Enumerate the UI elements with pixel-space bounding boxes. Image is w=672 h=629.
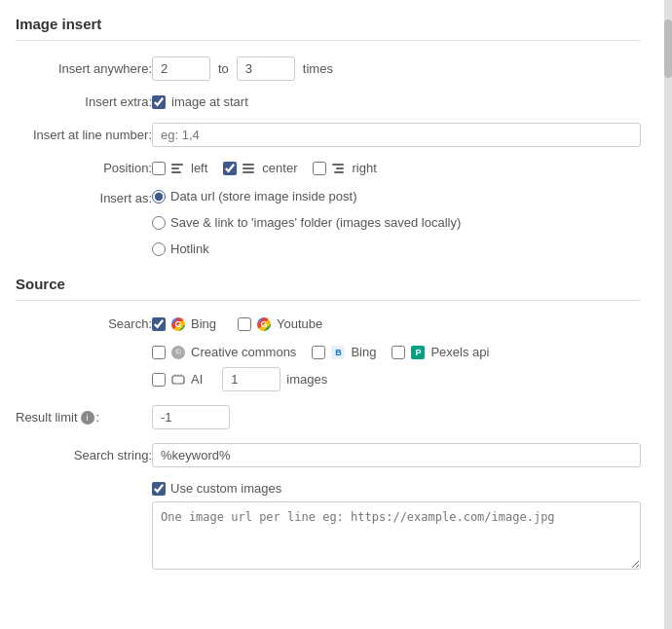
main-container: Image insert Insert anywhere: to times I…: [0, 0, 672, 629]
insert-as-hotlink-label[interactable]: Hotlink: [170, 241, 209, 256]
insert-as-hotlink-row: Hotlink: [152, 241, 461, 256]
pexels-icon: P: [411, 346, 425, 359]
position-right-group: right: [313, 161, 376, 175]
insert-as-dataurl-row: Data url (store image inside post): [152, 189, 461, 204]
position-label: Position:: [16, 161, 152, 175]
position-left-checkbox[interactable]: [152, 162, 166, 175]
search-row-3: AI images: [152, 367, 641, 391]
search-label: Search:: [16, 316, 152, 331]
bing2-provider-group: B Bing: [312, 345, 376, 359]
align-left-icon: [171, 164, 183, 173]
bing-provider-group: G Bing: [152, 316, 216, 331]
insert-extra-row: Insert extra: image at start: [16, 94, 641, 109]
insert-as-save-radio[interactable]: [152, 216, 166, 230]
position-row: Position: left center: [16, 161, 641, 175]
search-providers-row1: G Bing G Youtube: [152, 316, 338, 331]
ai-checkbox[interactable]: [152, 373, 166, 387]
bing2-checkbox[interactable]: [312, 346, 325, 359]
insert-extra-label: Insert extra:: [16, 94, 152, 109]
search-string-row: Search string:: [16, 443, 641, 467]
svg-rect-0: [172, 376, 184, 384]
bing-label[interactable]: Bing: [191, 316, 216, 331]
scrollbar-thumb[interactable]: [664, 19, 672, 78]
insert-line-number-row: Insert at line number:: [16, 123, 641, 147]
search-string-label: Search string:: [16, 448, 152, 462]
youtube-checkbox[interactable]: [238, 317, 251, 331]
times-text: times: [303, 61, 333, 76]
insert-as-save-label[interactable]: Save & link to 'images' folder (images s…: [170, 215, 461, 230]
align-center-icon: [243, 164, 254, 173]
position-center-group: center: [223, 161, 297, 175]
ai-provider-group: AI: [152, 372, 203, 387]
search-string-input[interactable]: [152, 443, 641, 467]
result-limit-label: Result limit i :: [16, 410, 152, 425]
insert-line-number-label: Insert at line number:: [16, 128, 152, 142]
insert-as-save-row: Save & link to 'images' folder (images s…: [152, 215, 461, 230]
insert-as-label: Insert as:: [16, 189, 152, 205]
insert-as-options: Data url (store image inside post) Save …: [152, 189, 461, 262]
position-right-label[interactable]: right: [352, 161, 376, 175]
bing-checkbox[interactable]: [152, 317, 166, 331]
use-custom-images-label[interactable]: Use custom images: [170, 481, 281, 496]
insert-line-number-input[interactable]: [152, 123, 641, 147]
position-left-label[interactable]: left: [191, 161, 207, 175]
search-row-2: © Creative commons B Bing P Pexels api: [152, 345, 641, 359]
bing2-label[interactable]: Bing: [351, 345, 376, 359]
scrollbar[interactable]: [664, 0, 672, 629]
position-center-checkbox[interactable]: [223, 162, 237, 175]
custom-images-section: Use custom images: [152, 481, 641, 573]
position-center-label[interactable]: center: [262, 161, 297, 175]
use-custom-images-checkbox[interactable]: [152, 482, 166, 496]
youtube-label[interactable]: Youtube: [277, 316, 322, 331]
cc-provider-group: © Creative commons: [152, 345, 296, 359]
pexels-provider-group: P Pexels api: [392, 345, 489, 359]
insert-extra-checkbox[interactable]: [152, 95, 166, 109]
custom-images-textarea[interactable]: [152, 501, 641, 570]
position-left-group: left: [152, 161, 207, 175]
result-limit-input[interactable]: [152, 405, 230, 429]
insert-from-input[interactable]: [152, 56, 210, 81]
position-right-checkbox[interactable]: [313, 162, 326, 175]
source-title: Source: [16, 276, 641, 301]
image-insert-title: Image insert: [16, 16, 641, 41]
pexels-checkbox[interactable]: [392, 346, 405, 359]
images-text: images: [286, 372, 327, 387]
to-text: to: [218, 61, 229, 76]
bing-img-icon: B: [331, 346, 345, 359]
use-custom-images-row: Use custom images: [152, 481, 641, 496]
insert-as-dataurl-label[interactable]: Data url (store image inside post): [170, 189, 356, 204]
insert-to-input[interactable]: [237, 56, 295, 81]
insert-extra-checkbox-group: image at start: [152, 94, 248, 109]
insert-as-dataurl-radio[interactable]: [152, 190, 166, 204]
ai-images-count-input[interactable]: [222, 367, 280, 391]
ai-icon: [171, 373, 185, 387]
insert-anywhere-label: Insert anywhere:: [16, 61, 152, 76]
pexels-label[interactable]: Pexels api: [430, 345, 489, 359]
insert-as-row: Insert as: Data url (store image inside …: [16, 189, 641, 262]
cc-label[interactable]: Creative commons: [191, 345, 296, 359]
cc-checkbox[interactable]: [152, 346, 166, 359]
insert-anywhere-row: Insert anywhere: to times: [16, 56, 641, 81]
google-icon-bing: G: [171, 317, 185, 331]
ai-label[interactable]: AI: [191, 372, 203, 387]
cc-icon: ©: [171, 346, 185, 359]
google-icon-youtube: G: [257, 317, 271, 331]
insert-extra-checkbox-label[interactable]: image at start: [171, 94, 248, 109]
insert-as-hotlink-radio[interactable]: [152, 242, 166, 256]
result-limit-row: Result limit i :: [16, 405, 641, 429]
align-right-icon: [332, 164, 344, 173]
youtube-provider-group: G Youtube: [238, 316, 322, 331]
result-limit-info-icon[interactable]: i: [81, 411, 94, 425]
search-row-1: Search: G Bing G Youtube: [16, 316, 641, 331]
